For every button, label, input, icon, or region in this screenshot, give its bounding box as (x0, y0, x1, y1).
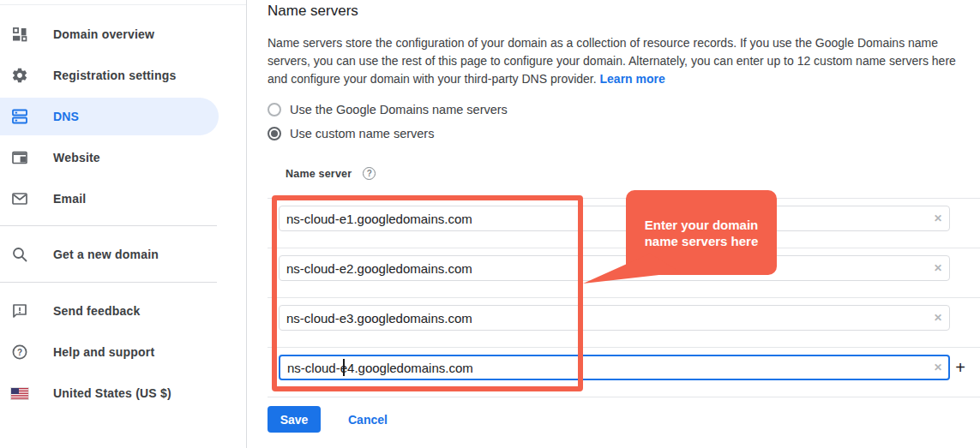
domain-overview-icon (11, 26, 28, 43)
feedback-icon (11, 302, 28, 320)
sidebar-item-send-feedback[interactable]: Send feedback (0, 290, 246, 332)
us-flag-icon (11, 385, 28, 402)
google-domains-dns-page: Domain overview Registration settings DN… (0, 0, 980, 448)
sidebar-item-label: Get a new domain (53, 248, 159, 261)
dns-icon (11, 108, 28, 125)
sidebar-item-label: Website (53, 151, 100, 164)
sidebar-item-label: Registration settings (53, 69, 176, 82)
sidebar-divider (0, 225, 217, 226)
name-server-row-3: ✕ (279, 305, 950, 331)
row-separator (268, 248, 980, 248)
sidebar-item-email[interactable]: Email (0, 178, 246, 219)
clear-input-icon[interactable]: ✕ (934, 362, 942, 373)
learn-more-link[interactable]: Learn more (600, 72, 665, 86)
help-question-icon[interactable]: ? (363, 167, 376, 180)
page-title: Name servers (268, 3, 358, 20)
sidebar-item-label: Help and support (53, 345, 154, 359)
sidebar-item-website[interactable]: Website (0, 137, 246, 178)
radio-selected-icon[interactable] (268, 127, 281, 140)
help-icon: ? (11, 343, 28, 361)
radio-label: Use custom name servers (290, 127, 434, 140)
description-text: Name servers store the configuration of … (268, 34, 974, 88)
sidebar-item-domain-overview[interactable]: Domain overview (0, 14, 246, 55)
row-separator (268, 347, 980, 348)
name-server-input-2[interactable] (279, 255, 950, 281)
text-cursor (343, 359, 345, 376)
clear-input-icon[interactable]: ✕ (934, 313, 942, 323)
search-icon (11, 246, 28, 263)
sidebar-item-label: United States (US $) (53, 386, 171, 400)
add-name-server-button[interactable]: + (949, 356, 971, 379)
sidebar-item-help-support[interactable]: ? Help and support (0, 332, 246, 373)
dns-name-servers-panel: Name servers Name servers store the conf… (247, 0, 980, 448)
radio-label: Use the Google Domains name servers (290, 103, 508, 116)
row-separator (268, 397, 980, 397)
row-separator (268, 297, 980, 298)
sidebar-item-country-currency[interactable]: United States (US $) (0, 373, 246, 414)
name-server-column-label: Name server (286, 168, 352, 180)
radio-unselected-icon[interactable] (268, 103, 281, 116)
sidebar-divider (0, 282, 217, 283)
name-server-field-header: Name server ? (286, 167, 376, 180)
cancel-button[interactable]: Cancel (338, 406, 398, 433)
save-button[interactable]: Save (268, 406, 321, 433)
name-server-input-1[interactable] (279, 206, 950, 231)
sidebar: Domain overview Registration settings DN… (0, 0, 247, 448)
name-server-input-4[interactable] (279, 355, 950, 380)
clear-input-icon[interactable]: ✕ (934, 213, 942, 224)
sidebar-item-registration-settings[interactable]: Registration settings (0, 55, 246, 96)
annotation-callout: Enter your domain name servers here (626, 190, 777, 275)
clear-input-icon[interactable]: ✕ (934, 263, 942, 273)
email-icon (11, 190, 28, 207)
name-server-row-4: ✕ (279, 355, 950, 380)
name-server-row-2: ✕ (279, 255, 950, 281)
gear-icon (11, 67, 28, 84)
radio-custom-name-servers[interactable]: Use custom name servers (268, 125, 434, 142)
svg-text:?: ? (17, 348, 22, 357)
sidebar-item-dns[interactable]: DNS (0, 98, 219, 135)
name-server-row-1: ✕ (279, 206, 950, 231)
sidebar-item-label: Email (53, 192, 86, 206)
sidebar-item-label: DNS (53, 110, 79, 123)
radio-google-name-servers[interactable]: Use the Google Domains name servers (268, 101, 508, 118)
row-separator (268, 198, 980, 199)
sidebar-item-label: Send feedback (53, 304, 140, 318)
name-server-input-3[interactable] (279, 305, 950, 331)
sidebar-item-label: Domain overview (53, 27, 154, 41)
sidebar-item-get-new-domain[interactable]: Get a new domain (0, 234, 246, 275)
website-icon (11, 149, 28, 166)
